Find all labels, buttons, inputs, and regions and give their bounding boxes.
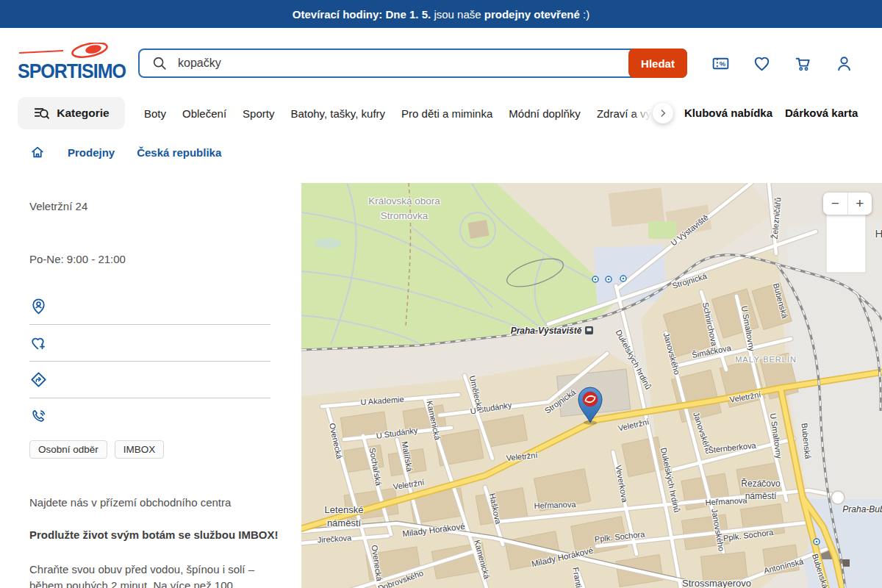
- map-roundabout: [831, 491, 845, 504]
- store-contact-list: [29, 288, 270, 434]
- phone-row[interactable]: [29, 398, 270, 434]
- favorite-store-row[interactable]: [29, 325, 270, 362]
- home-icon[interactable]: [29, 144, 46, 160]
- nav-item-deti[interactable]: Pro děti a miminka: [401, 107, 492, 120]
- search-bar: Hledat: [138, 49, 687, 78]
- nav-item-zdravi[interactable]: Zdraví a výž: [597, 107, 651, 120]
- nav-item-darkova-karta[interactable]: Dárková karta: [785, 96, 858, 131]
- categories-button[interactable]: Kategorie: [18, 97, 125, 129]
- zoom-out-button[interactable]: −: [823, 193, 848, 215]
- nav-scroll-right-button[interactable]: [653, 103, 673, 123]
- categories-label: Kategorie: [57, 107, 110, 120]
- banner-text: jsou naše: [431, 8, 484, 21]
- imbox-promo-line2: během pouhých 2 minut. Na více než 100: [29, 579, 233, 588]
- store-address: Veletržní 24: [29, 200, 87, 212]
- nav-item-obleceni[interactable]: Oblečení: [182, 107, 226, 120]
- nav-item-batohy[interactable]: Batohy, tašky, kufry: [290, 107, 385, 120]
- nav-item-doplnky[interactable]: Módní doplňky: [509, 107, 581, 120]
- nav-item-klubova-nabidka[interactable]: Klubová nabídka: [684, 96, 772, 131]
- banner-text-bold: Otevírací hodiny: Dne 1. 5.: [293, 8, 431, 21]
- favorite-store-icon: [29, 334, 48, 352]
- list-search-icon: [33, 105, 50, 122]
- phone-icon: [29, 407, 48, 426]
- directions-row[interactable]: [29, 362, 270, 398]
- discount-voucher-icon[interactable]: %: [706, 49, 735, 78]
- svg-text:%: %: [719, 60, 725, 68]
- store-opening-hours: Po-Ne: 9:00 - 21:00: [29, 253, 126, 265]
- sportisimo-store-page: { "colors": { "banner_blue": "#174d8c", …: [0, 0, 882, 588]
- breadcrumb: Prodejny Česká republika: [29, 143, 221, 161]
- cart-icon[interactable]: [788, 49, 817, 78]
- main-navigation: Kategorie Boty Oblečení Sporty Batohy, t…: [0, 96, 882, 131]
- logo-text: SPORTISIMO: [18, 59, 126, 82]
- store-note: Najdete nás v přízemí obchodního centra: [29, 496, 279, 509]
- breadcrumb-prodejny[interactable]: Prodejny: [68, 146, 115, 159]
- store-service-tags: Osobní odběr IMBOX: [29, 440, 164, 459]
- search-input[interactable]: [176, 49, 686, 77]
- map-canvas: [301, 183, 882, 588]
- breadcrumb-ceska-republika[interactable]: Česká republika: [137, 146, 221, 159]
- imbox-promo-line1: Chraňte svou obuv před vodou, špínou i s…: [29, 563, 254, 576]
- chevron-right-icon: [658, 108, 668, 118]
- store-location-row[interactable]: [29, 288, 270, 325]
- wishlist-heart-icon[interactable]: [747, 49, 776, 78]
- account-icon[interactable]: [829, 49, 858, 78]
- store-map[interactable]: Královská oboraStromovkaPraha-Výstaviště…: [301, 183, 882, 588]
- logo-swoosh-icon: [18, 43, 121, 60]
- header: SPORTISIMO Hledat %: [0, 28, 882, 96]
- imbox-promo-title: Prodlužte život svým botám se službou IM…: [29, 528, 279, 541]
- imbox-promo-text: Chraňte svou obuv před vodou, špínou i s…: [29, 562, 276, 588]
- tag-osobni-odber: Osobní odběr: [29, 440, 107, 459]
- search-icon: [151, 55, 168, 71]
- map-zoom-controls: − +: [823, 193, 872, 215]
- promo-banner: Otevírací hodiny: Dne 1. 5. jsou naše pr…: [0, 0, 882, 28]
- tag-imbox: IMBOX: [115, 440, 165, 459]
- nav-links: Boty Oblečení Sporty Batohy, tašky, kufr…: [144, 96, 651, 131]
- store-location-icon: [29, 297, 48, 315]
- zoom-in-button[interactable]: +: [848, 193, 872, 215]
- banner-text-bold: prodejny otevřené: [484, 8, 580, 21]
- nav-item-sporty[interactable]: Sporty: [243, 107, 274, 120]
- banner-text: :): [580, 8, 589, 21]
- directions-icon: [29, 370, 48, 389]
- nav-item-boty[interactable]: Boty: [144, 107, 166, 120]
- sportisimo-logo[interactable]: SPORTISIMO: [18, 43, 121, 81]
- search-button[interactable]: Hledat: [628, 49, 687, 78]
